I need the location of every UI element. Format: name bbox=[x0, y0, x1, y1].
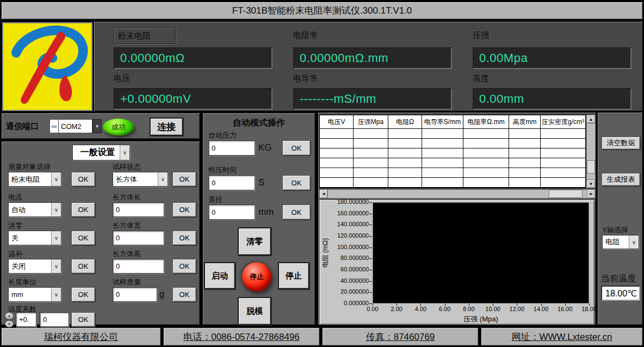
start-button[interactable]: 启动 bbox=[204, 262, 236, 289]
chevron-down-icon[interactable]: ∨ bbox=[51, 203, 61, 216]
table-cell bbox=[422, 158, 463, 168]
cuboid-length-ok-button[interactable]: OK bbox=[172, 202, 196, 217]
cuboid-height-ok-button[interactable]: OK bbox=[172, 259, 196, 274]
scroll-up-icon[interactable]: ▲ bbox=[586, 115, 596, 123]
cuboid-width-field[interactable] bbox=[113, 231, 164, 245]
cuboid-height-field[interactable] bbox=[113, 259, 164, 274]
diameter-field[interactable] bbox=[208, 205, 255, 220]
table-hscroll-thumb[interactable] bbox=[549, 190, 583, 198]
demold-button[interactable]: 脱模 bbox=[238, 297, 271, 325]
chevron-down-icon[interactable]: ∨ bbox=[120, 145, 129, 160]
x-tick-label: 10.00 bbox=[481, 306, 505, 312]
temp-comp-value: 关闭 bbox=[9, 259, 51, 273]
measure-object-select[interactable]: 粉末电阻 ∨ bbox=[8, 172, 61, 187]
com-port-select[interactable]: I/o COM2 ▼ bbox=[49, 119, 102, 133]
table-cell bbox=[354, 148, 388, 158]
scroll-down-icon[interactable]: ▼ bbox=[586, 179, 596, 188]
zero-button[interactable]: 清零 bbox=[238, 227, 271, 256]
y-tick-label: 100.000000 bbox=[324, 244, 369, 250]
table-row bbox=[320, 148, 585, 158]
hold-time-field[interactable] bbox=[208, 175, 255, 190]
diameter-ok-button[interactable]: OK bbox=[282, 205, 311, 220]
sample-state-ok-button[interactable]: OK bbox=[172, 172, 196, 187]
status-led: 成功 bbox=[103, 119, 134, 135]
chevron-down-icon[interactable]: ∨ bbox=[158, 172, 168, 186]
cuboid-width-ok-button[interactable]: OK bbox=[172, 231, 196, 245]
table-cell bbox=[388, 129, 422, 139]
table-row bbox=[320, 178, 585, 188]
temp-comp-select[interactable]: 关闭 ∨ bbox=[8, 259, 61, 274]
table-vscrollbar bbox=[586, 115, 596, 188]
scroll-left-icon[interactable]: ◄ bbox=[319, 189, 328, 199]
hold-time-ok-button[interactable]: OK bbox=[282, 175, 311, 190]
table-cell bbox=[509, 139, 541, 148]
conductivity-display: --------mS/mm bbox=[293, 88, 452, 110]
temp-comp-ok-button[interactable]: OK bbox=[71, 259, 95, 274]
table-row bbox=[320, 158, 585, 168]
sample-state-select[interactable]: 长方体 ∨ bbox=[113, 172, 168, 187]
temp-coeff-ok-button[interactable]: OK bbox=[71, 312, 95, 327]
spin-down-icon[interactable]: ▼ bbox=[5, 320, 14, 327]
height-display: 0.00mm bbox=[473, 88, 631, 110]
resistivity-display: 0.00000mΩ.mm bbox=[293, 47, 452, 69]
auto-mode-title: 自动模式操作 bbox=[203, 117, 315, 129]
resistivity-label: 电阻率 bbox=[293, 30, 318, 41]
comm-port-label: 通信端口 bbox=[6, 121, 39, 132]
table-cell bbox=[320, 148, 354, 158]
chevron-down-icon[interactable]: ∨ bbox=[51, 172, 61, 186]
length-unit-ok-button[interactable]: OK bbox=[71, 287, 95, 302]
chevron-down-icon[interactable]: ∨ bbox=[51, 231, 61, 245]
sample-mass-unit: g bbox=[159, 289, 164, 299]
table-cell bbox=[463, 158, 509, 168]
current-ok-button[interactable]: OK bbox=[71, 202, 95, 217]
voltage-display: +0.00000mV bbox=[114, 88, 273, 110]
col-header-conductivity: 电导率S/mm bbox=[422, 115, 463, 129]
table-cell bbox=[541, 158, 585, 168]
measure-object-ok-button[interactable]: OK bbox=[71, 172, 95, 187]
sample-mass-ok-button[interactable]: OK bbox=[172, 287, 196, 302]
temp-comp-label: 温补 bbox=[8, 249, 22, 259]
y-tick-label: 140.000000 bbox=[324, 221, 369, 227]
settings-mode-select[interactable]: 一般设置 ∨ bbox=[72, 145, 130, 160]
zeroing-ok-button[interactable]: OK bbox=[71, 231, 95, 245]
table-cell bbox=[422, 168, 463, 178]
x-tick-label: 2.00 bbox=[385, 306, 408, 312]
zeroing-select[interactable]: 关 ∨ bbox=[8, 231, 61, 245]
chevron-down-icon[interactable]: ∨ bbox=[629, 236, 639, 249]
cuboid-length-field[interactable] bbox=[113, 202, 164, 217]
pressure-display: 0.00Mpa bbox=[473, 47, 631, 69]
data-region: 电压V 压强Mpa 电阻Ω 电导率S/mm 电阻率Ω.mm 高度mm 压实密度g… bbox=[318, 112, 596, 325]
chevron-down-icon[interactable]: ∨ bbox=[51, 288, 61, 301]
results-table: 电压V 压强Mpa 电阻Ω 电导率S/mm 电阻率Ω.mm 高度mm 压实密度g… bbox=[319, 115, 586, 188]
scroll-right-icon[interactable]: ► bbox=[587, 189, 596, 199]
table-vscroll-thumb[interactable] bbox=[587, 160, 595, 174]
status-led-text: 成功 bbox=[112, 122, 126, 132]
emergency-stop-button[interactable]: 停止 bbox=[242, 262, 271, 292]
table-cell bbox=[320, 168, 354, 178]
auto-mode-panel: 自动模式操作 自动压力 KG OK 恒压时间 S OK 直径 mm OK 清零 … bbox=[202, 113, 315, 325]
clear-data-button[interactable]: 清空数据 bbox=[602, 137, 640, 150]
temp-coeff-field[interactable] bbox=[40, 312, 69, 327]
y-tick-label: 60.000000 bbox=[324, 266, 369, 272]
table-cell bbox=[388, 178, 422, 188]
spin-up-icon[interactable]: ▲ bbox=[5, 312, 14, 319]
sample-mass-field[interactable] bbox=[113, 287, 157, 302]
col-header-pressure: 压强Mpa bbox=[354, 115, 388, 129]
logo-r-icon bbox=[3, 23, 91, 110]
footer-website: 网址：WWW.Lxtester.cn bbox=[481, 327, 643, 346]
connect-button[interactable]: 连接 bbox=[150, 117, 183, 136]
current-select[interactable]: 自动 ∨ bbox=[8, 202, 61, 217]
table-cell bbox=[320, 178, 354, 188]
chart-plot-area bbox=[373, 202, 589, 303]
table-cell bbox=[388, 168, 422, 178]
temp-coeff-sign-field[interactable] bbox=[16, 312, 36, 327]
generate-report-button[interactable]: 生成报表 bbox=[602, 173, 640, 186]
combo-arrow-icon[interactable]: ▼ bbox=[92, 119, 102, 133]
auto-pressure-ok-button[interactable]: OK bbox=[282, 140, 311, 156]
auto-pressure-field[interactable] bbox=[208, 140, 255, 156]
stop-button[interactable]: 停止 bbox=[278, 262, 309, 289]
y-axis-select[interactable]: 电阻 ∨ bbox=[602, 235, 639, 249]
table-cell bbox=[422, 139, 463, 148]
length-unit-select[interactable]: mm ∨ bbox=[8, 287, 61, 302]
chevron-down-icon[interactable]: ∨ bbox=[51, 259, 61, 273]
